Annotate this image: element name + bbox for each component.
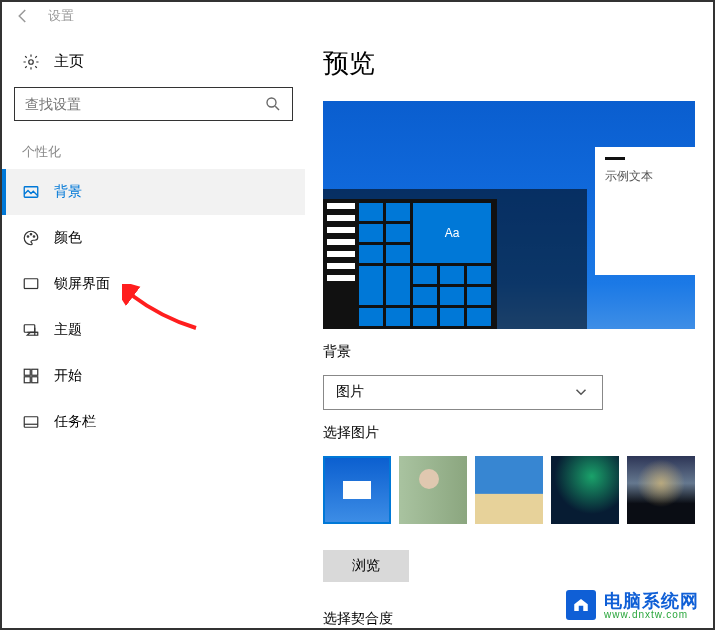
sidebar-item-label: 主题	[54, 321, 82, 339]
sidebar: 主页 个性化 背景 颜色 锁屏界面	[2, 30, 305, 628]
watermark-url: www.dnxtw.com	[604, 610, 699, 620]
svg-point-0	[29, 59, 34, 64]
background-dropdown[interactable]: 图片	[323, 375, 603, 409]
preview-tile-aa: Aa	[413, 203, 491, 263]
palette-icon	[22, 229, 40, 247]
window-title: 设置	[48, 7, 74, 25]
thumbnail-3[interactable]	[475, 456, 543, 524]
preview-heading: 预览	[323, 46, 695, 81]
sidebar-item-label: 颜色	[54, 229, 82, 247]
sidebar-item-taskbar[interactable]: 任务栏	[2, 399, 305, 445]
sample-text: 示例文本	[605, 168, 685, 185]
sidebar-item-lockscreen[interactable]: 锁屏界面	[2, 261, 305, 307]
home-label: 主页	[54, 52, 84, 71]
back-icon[interactable]	[14, 7, 32, 25]
thumbnail-5[interactable]	[627, 456, 695, 524]
chevron-down-icon	[572, 383, 590, 401]
sidebar-item-start[interactable]: 开始	[2, 353, 305, 399]
background-dropdown-value: 图片	[336, 383, 364, 401]
preview-window: 示例文本	[595, 147, 695, 275]
choose-picture-label: 选择图片	[323, 424, 695, 442]
svg-point-5	[33, 236, 35, 238]
sidebar-item-colors[interactable]: 颜色	[2, 215, 305, 261]
sidebar-item-label: 背景	[54, 183, 82, 201]
theme-icon	[22, 321, 40, 339]
svg-rect-7	[24, 325, 35, 333]
search-box[interactable]	[14, 87, 293, 121]
svg-rect-9	[32, 369, 38, 375]
main-panel: 预览 Aa 示例文本	[305, 30, 713, 628]
watermark-logo-icon	[566, 590, 596, 620]
search-icon	[264, 95, 282, 113]
sidebar-item-label: 任务栏	[54, 413, 96, 431]
svg-rect-10	[24, 377, 30, 383]
sidebar-item-background[interactable]: 背景	[2, 169, 305, 215]
search-input[interactable]	[25, 96, 264, 112]
browse-button[interactable]: 浏览	[323, 550, 409, 582]
thumbnail-2[interactable]	[399, 456, 467, 524]
svg-rect-6	[24, 279, 38, 289]
taskbar-icon	[22, 413, 40, 431]
thumbnail-1[interactable]	[323, 456, 391, 524]
picture-icon	[22, 183, 40, 201]
picture-thumbnails	[323, 456, 695, 524]
svg-rect-13	[579, 606, 584, 611]
thumbnail-4[interactable]	[551, 456, 619, 524]
lockscreen-icon	[22, 275, 40, 293]
svg-point-4	[30, 234, 32, 236]
gear-icon	[22, 53, 40, 71]
watermark: 电脑系统网 www.dnxtw.com	[566, 590, 699, 620]
category-label: 个性化	[2, 139, 305, 169]
sidebar-item-home[interactable]: 主页	[2, 44, 305, 87]
sidebar-item-label: 锁屏界面	[54, 275, 110, 293]
desktop-preview: Aa 示例文本	[323, 101, 695, 329]
svg-point-1	[267, 98, 276, 107]
svg-point-3	[27, 236, 29, 238]
background-label: 背景	[323, 343, 695, 361]
svg-rect-11	[32, 377, 38, 383]
watermark-text: 电脑系统网	[604, 592, 699, 610]
svg-rect-8	[24, 369, 30, 375]
start-icon	[22, 367, 40, 385]
sidebar-item-label: 开始	[54, 367, 82, 385]
sidebar-item-themes[interactable]: 主题	[2, 307, 305, 353]
svg-rect-12	[24, 417, 38, 428]
preview-start-menu: Aa	[323, 199, 497, 329]
